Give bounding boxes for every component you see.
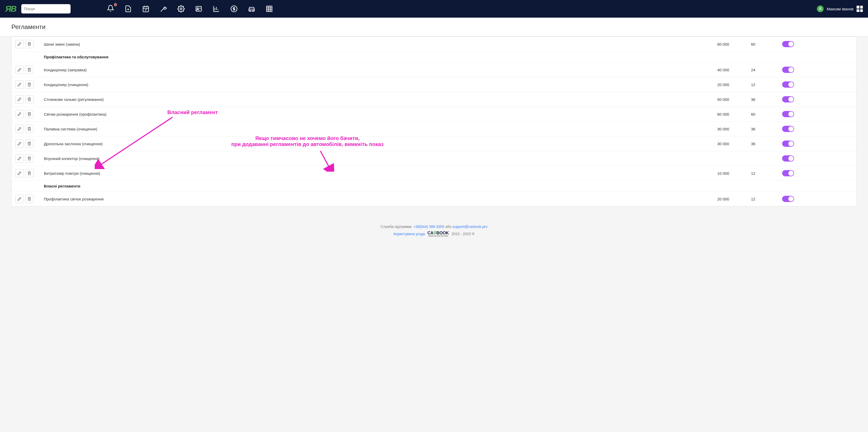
wrench-icon[interactable] xyxy=(160,5,167,12)
months-value: 36 xyxy=(747,122,778,136)
delete-button[interactable] xyxy=(25,154,33,163)
dollar-icon[interactable] xyxy=(230,5,238,12)
svg-point-8 xyxy=(180,8,182,10)
visibility-toggle[interactable] xyxy=(782,41,794,47)
calendar-check-icon[interactable] xyxy=(142,5,149,12)
km-value: 20 000 xyxy=(714,192,747,206)
car-icon[interactable] xyxy=(248,5,255,12)
edit-button[interactable] xyxy=(15,66,24,74)
table-row: Впускний колектор (очищення) xyxy=(12,151,856,166)
edit-button[interactable] xyxy=(15,154,24,163)
carbook-logo: CAЯBOOK cause we love the cars xyxy=(428,231,449,237)
search-box[interactable] xyxy=(21,4,70,13)
delete-button[interactable] xyxy=(25,66,33,74)
delete-button[interactable] xyxy=(25,125,33,133)
search-input[interactable] xyxy=(24,7,69,11)
delete-button[interactable] xyxy=(25,139,33,148)
table-row: Паливна система (очищення)30 00036 xyxy=(12,122,856,136)
group-label: Профілактика та обслуговування xyxy=(40,52,714,63)
visibility-toggle[interactable] xyxy=(782,155,794,162)
table-row: Кондиціонер (заправка)40 00024 xyxy=(12,63,856,77)
regulations-card: Шини зимні (заміна)60 00060Профілактика … xyxy=(11,37,857,206)
delete-button[interactable] xyxy=(25,195,33,203)
regulations-table: Шини зимні (заміна)60 00060Профілактика … xyxy=(12,37,856,206)
apps-icon[interactable] xyxy=(857,6,863,12)
page-header: Регламенти xyxy=(0,18,868,37)
top-navbar: ЯB Максим Іванов xyxy=(0,0,868,18)
support-email[interactable]: support@carbook.pro xyxy=(453,225,488,229)
copyright-years: 2015 - 2023 ® xyxy=(452,232,474,236)
user-menu[interactable]: Максим Іванов xyxy=(817,5,863,12)
app-logo: ЯB xyxy=(5,4,16,14)
table-row: Свічки розжарення (профілактика)60 00060 xyxy=(12,107,856,122)
edit-button[interactable] xyxy=(15,195,24,203)
months-value: 36 xyxy=(747,92,778,107)
delete-button[interactable] xyxy=(25,40,33,48)
table-row: Стоянкове гальмо (регулювання)50 00036 xyxy=(12,92,856,107)
months-value: 12 xyxy=(747,192,778,206)
edit-button[interactable] xyxy=(15,110,24,118)
visibility-toggle[interactable] xyxy=(782,170,794,176)
group-row: Власні регламенти xyxy=(12,181,856,192)
regulation-name: Паливна система (очищення) xyxy=(40,122,714,136)
table-row: Кондиціонер (очищення)20 00012 xyxy=(12,77,856,92)
page-title: Регламенти xyxy=(11,23,857,31)
edit-button[interactable] xyxy=(15,80,24,89)
contact-icon[interactable] xyxy=(195,5,203,12)
group-row: Профілактика та обслуговування xyxy=(12,52,856,63)
regulation-name: Витратомір повітря (очищення) xyxy=(40,166,714,181)
table-row: Шини зимні (заміна)60 00060 xyxy=(12,37,856,52)
bell-icon xyxy=(107,5,114,12)
regulation-name: Шини зимні (заміна) xyxy=(40,37,714,52)
km-value xyxy=(714,151,747,166)
nav-notifications[interactable] xyxy=(107,5,114,13)
visibility-toggle[interactable] xyxy=(782,111,794,117)
months-value: 12 xyxy=(747,166,778,181)
table-row: Витратомір повітря (очищення)10 00012 xyxy=(12,166,856,181)
support-phone[interactable]: +38(044) 389-3355 xyxy=(413,225,444,229)
regulation-name: Дросельна заслонка (очищення) xyxy=(40,136,714,151)
user-icon xyxy=(818,7,823,11)
notification-badge xyxy=(114,3,117,6)
chart-icon[interactable] xyxy=(213,5,220,12)
km-value: 30 000 xyxy=(714,136,747,151)
km-value: 60 000 xyxy=(714,37,747,52)
regulation-name: Кондиціонер (очищення) xyxy=(40,77,714,92)
edit-button[interactable] xyxy=(15,95,24,103)
delete-button[interactable] xyxy=(25,110,33,118)
svg-rect-22 xyxy=(267,6,272,12)
footer-line2: Користувача угода CAЯBOOK cause we love … xyxy=(5,231,863,237)
support-line: Служба підтримки: +38(044) 389-3355 або … xyxy=(5,225,863,229)
regulation-name: Впускний колектор (очищення) xyxy=(40,151,714,166)
months-value: 12 xyxy=(747,77,778,92)
svg-rect-4 xyxy=(143,6,149,12)
regulation-name: Свічки розжарення (профілактика) xyxy=(40,107,714,122)
regulation-name: Профілактика свічок розжарення xyxy=(40,192,714,206)
edit-button[interactable] xyxy=(15,125,24,133)
visibility-toggle[interactable] xyxy=(782,67,794,73)
visibility-toggle[interactable] xyxy=(782,140,794,147)
nav-icons-group xyxy=(107,5,812,13)
edit-button[interactable] xyxy=(15,139,24,148)
grid-icon[interactable] xyxy=(266,5,273,12)
settings-icon[interactable] xyxy=(178,5,185,12)
delete-button[interactable] xyxy=(25,95,33,103)
months-value: 60 xyxy=(747,107,778,122)
user-agreement-link[interactable]: Користувача угода xyxy=(394,232,425,236)
months-value xyxy=(747,151,778,166)
delete-button[interactable] xyxy=(25,80,33,89)
svg-point-27 xyxy=(819,7,821,9)
edit-button[interactable] xyxy=(15,40,24,48)
regulation-name: Стоянкове гальмо (регулювання) xyxy=(40,92,714,107)
visibility-toggle[interactable] xyxy=(782,96,794,102)
edit-button[interactable] xyxy=(15,169,24,177)
months-value: 36 xyxy=(747,136,778,151)
add-document-icon[interactable] xyxy=(125,5,132,12)
group-label: Власні регламенти xyxy=(40,181,714,192)
visibility-toggle[interactable] xyxy=(782,126,794,132)
delete-button[interactable] xyxy=(25,169,33,177)
svg-point-10 xyxy=(197,8,199,9)
user-name: Максим Іванов xyxy=(827,7,854,11)
visibility-toggle[interactable] xyxy=(782,81,794,88)
visibility-toggle[interactable] xyxy=(782,196,794,202)
